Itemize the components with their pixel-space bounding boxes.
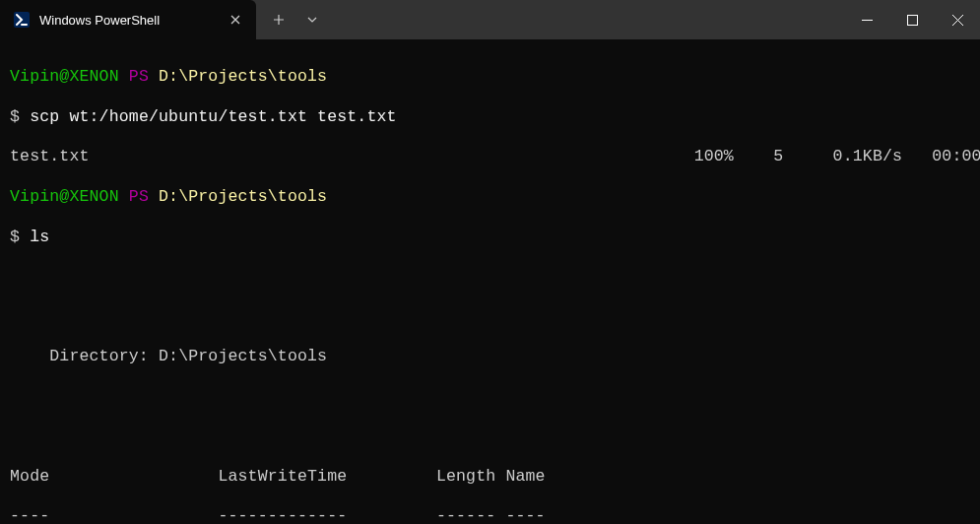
maximize-button[interactable] (889, 0, 935, 39)
titlebar-tab-actions (256, 0, 329, 39)
prompt-line: Vipin@XENON PS D:\Projects\tools (10, 187, 970, 207)
svg-rect-0 (907, 15, 917, 25)
tab-close-button[interactable] (227, 11, 244, 29)
prompt-line: Vipin@XENON PS D:\Projects\tools (10, 67, 970, 87)
blank-line (10, 267, 970, 287)
new-tab-button[interactable] (262, 0, 295, 39)
blank-line (10, 426, 970, 446)
blank-line (10, 307, 970, 327)
directory-header: Directory: D:\Projects\tools (10, 347, 970, 366)
titlebar-drag-region[interactable] (329, 0, 844, 39)
close-window-button[interactable] (935, 0, 980, 39)
titlebar: Windows PowerShell (0, 0, 980, 39)
tab-title: Windows PowerShell (39, 13, 187, 28)
window-controls (844, 0, 980, 39)
terminal-pane[interactable]: Vipin@XENON PS D:\Projects\tools $ scp w… (0, 39, 980, 524)
scp-output: test.txt 100% 5 0.1KB/s 00:00 (10, 147, 970, 166)
tab-dropdown-button[interactable] (295, 0, 329, 39)
minimize-button[interactable] (844, 0, 889, 39)
command-line: $ ls (10, 228, 970, 247)
table-header: Mode LastWriteTime Length Name (10, 467, 970, 487)
tab-powershell[interactable]: Windows PowerShell (0, 0, 256, 39)
blank-line (10, 387, 970, 407)
command-line: $ scp wt:/home/ubuntu/test.txt test.txt (10, 107, 970, 127)
powershell-icon (14, 12, 30, 28)
table-rule: ---- ------------- ------ ---- (10, 506, 970, 524)
